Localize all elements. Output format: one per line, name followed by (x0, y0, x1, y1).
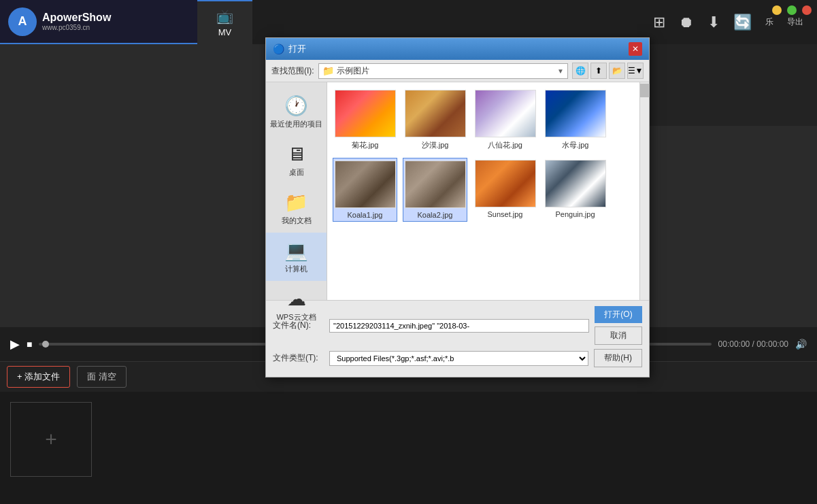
file-desert[interactable]: 沙漠.jpg (403, 88, 467, 152)
wps-icon: ☁ (287, 288, 306, 310)
dialog-body: 🕐 最近使用的项目 🖥 桌面 📁 我的文档 💻 计算机 ☁ WPS云 (266, 82, 649, 300)
filename-row: 文件名(N): 打开(O) 取消 (273, 306, 642, 345)
mydocs-icon: 📁 (284, 191, 308, 214)
sidebar-label-recent: 最近使用的项目 (270, 119, 322, 129)
location-label: 查找范围(I): (271, 65, 314, 77)
toolbar-nav-buttons: 🌐 ⬆ 📂 ☰▼ (572, 63, 644, 79)
file-koala1[interactable]: Koala1.jpg (333, 158, 397, 222)
file-penguin[interactable]: Penguin.jpg (543, 158, 607, 222)
filetype-row: 文件类型(T): Supported Files(*.3gp;*.asf;*.a… (273, 349, 642, 367)
sidebar-label-computer: 计算机 (285, 264, 307, 274)
filename-koala2: Koala2.jpg (418, 211, 453, 219)
dialog-close-button[interactable]: ✕ (629, 42, 642, 56)
dialog-toolbar: 查找范围(I): 📁 示例图片 ▼ 🌐 ⬆ 📂 ☰▼ (266, 60, 649, 82)
filename-sunset: Sunset.jpg (488, 210, 523, 218)
file-jellyfish[interactable]: 水母.jpg (543, 88, 607, 152)
dialog-titlebar: 🔵 打开 ✕ (266, 38, 649, 60)
scrollbar-thumb[interactable] (640, 84, 650, 97)
open-button[interactable]: 打开(O) (595, 306, 642, 323)
nav-new-folder-button[interactable]: 📂 (609, 63, 625, 79)
file-img-hydrangea (475, 90, 536, 137)
filename-desert: 沙漠.jpg (422, 140, 449, 150)
file-img-koala2 (405, 161, 466, 208)
dialog-app-icon: 🔵 (273, 44, 284, 54)
file-open-dialog: 🔵 打开 ✕ 查找范围(I): 📁 示例图片 ▼ 🌐 ⬆ 📂 ☰▼ (265, 37, 650, 377)
filetype-select[interactable]: Supported Files(*.3gp;*.asf;*.avi;*.b (329, 351, 588, 366)
location-input[interactable]: 📁 示例图片 ▼ (318, 63, 568, 79)
sidebar-item-computer[interactable]: 💻 计算机 (266, 233, 327, 281)
sidebar-label-mydocs: 我的文档 (282, 216, 312, 226)
dialog-scrollbar[interactable] (639, 82, 649, 300)
open-cancel-buttons: 打开(O) 取消 (595, 306, 642, 345)
nav-up-button[interactable]: ⬆ (590, 63, 607, 79)
file-chrysanthemum[interactable]: 菊花.jpg (333, 88, 397, 152)
file-koala2[interactable]: Koala2.jpg (403, 158, 467, 222)
recent-icon: 🕐 (284, 95, 308, 117)
sidebar-item-mydocs[interactable]: 📁 我的文档 (266, 184, 327, 233)
sidebar-item-desktop[interactable]: 🖥 桌面 (266, 136, 327, 184)
file-sunset[interactable]: Sunset.jpg (473, 158, 537, 222)
dropdown-arrow[interactable]: ▼ (557, 67, 564, 75)
desktop-icon: 🖥 (287, 143, 306, 165)
help-button[interactable]: 帮助(H) (594, 349, 642, 367)
dialog-sidebar: 🕐 最近使用的项目 🖥 桌面 📁 我的文档 💻 计算机 ☁ WPS云 (266, 82, 327, 300)
filename-chrysanthemum: 菊花.jpg (352, 140, 379, 150)
file-img-sunset (475, 160, 536, 207)
filename-koala1: Koala1.jpg (348, 211, 383, 219)
dialog-overlay: 🔵 打开 ✕ 查找范围(I): 📁 示例图片 ▼ 🌐 ⬆ 📂 ☰▼ (0, 0, 817, 504)
nav-back-button[interactable]: 🌐 (572, 63, 588, 79)
filename-hydrangea: 八仙花.jpg (488, 140, 522, 150)
file-img-chrysanthemum (335, 90, 396, 137)
file-area: 菊花.jpg 沙漠.jpg 八仙花.jpg 水母.jpg Koala1 (327, 82, 639, 300)
file-hydrangea[interactable]: 八仙花.jpg (473, 88, 537, 152)
sidebar-label-desktop: 桌面 (289, 167, 304, 178)
filename-penguin: Penguin.jpg (555, 210, 595, 218)
dialog-title-left: 🔵 打开 (273, 43, 306, 55)
dialog-title: 打开 (288, 43, 306, 55)
cancel-button[interactable]: 取消 (595, 326, 642, 345)
filetype-label: 文件类型(T): (273, 352, 324, 364)
file-img-penguin (545, 160, 606, 207)
file-img-desert (405, 90, 466, 137)
computer-icon: 💻 (284, 239, 308, 262)
file-img-jellyfish (545, 90, 606, 137)
location-text: 示例图片 (337, 65, 554, 77)
filename-label: 文件名(N): (273, 320, 324, 331)
sidebar-item-recent[interactable]: 🕐 最近使用的项目 (266, 88, 327, 136)
file-img-koala1 (335, 161, 396, 208)
folder-icon: 📁 (322, 65, 334, 76)
filename-jellyfish: 水母.jpg (562, 140, 589, 150)
filename-input[interactable] (329, 319, 589, 333)
view-toggle-button[interactable]: ☰▼ (627, 63, 644, 79)
